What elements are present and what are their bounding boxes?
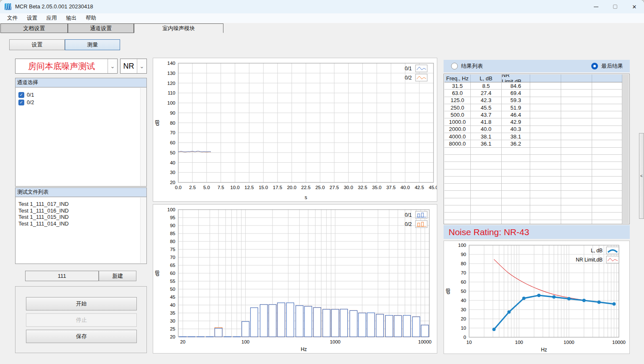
channel-item[interactable]: ✓ 0/2 <box>18 99 140 106</box>
table-cell <box>444 162 471 169</box>
spectrum-chart: 2025303540455055606570758085909510020100… <box>153 204 437 354</box>
table-cell <box>561 133 592 140</box>
table-row[interactable] <box>444 213 622 220</box>
table-cell <box>471 198 502 205</box>
table-cell <box>561 191 592 198</box>
table-row[interactable]: 31.58.584.6 <box>444 82 622 90</box>
table-cell <box>530 97 561 104</box>
svg-text:0: 0 <box>464 335 466 340</box>
file-name-input[interactable] <box>25 271 99 281</box>
table-cell <box>471 184 502 191</box>
subtab-measure[interactable]: 测量 <box>65 39 120 50</box>
test-file-list-scrollbar[interactable] <box>140 197 146 263</box>
chevron-down-icon[interactable]: ⌄ <box>108 59 117 73</box>
svg-text:20: 20 <box>170 334 175 339</box>
table-cell: 4000.0 <box>444 133 471 140</box>
results-table: Freq., HzL, dBNR Limit,dB31.58.584.663.0… <box>444 74 630 224</box>
svg-text:30: 30 <box>461 307 466 312</box>
menu-item-application[interactable]: 应用 <box>42 14 62 23</box>
svg-text:20: 20 <box>180 339 185 344</box>
list-item[interactable]: Test 1_111_014_IND <box>18 220 140 227</box>
subtab-settings[interactable]: 设置 <box>9 39 65 50</box>
table-cell: 43.7 <box>471 111 502 118</box>
table-cell <box>530 111 561 118</box>
table-cell <box>530 169 561 177</box>
table-cell <box>502 220 530 224</box>
menu-item-help[interactable]: 帮助 <box>81 14 101 23</box>
table-cell: 500.0 <box>444 111 471 118</box>
maximize-icon <box>613 5 617 9</box>
list-item[interactable]: Test 1_111_015_IND <box>18 214 140 220</box>
svg-text:65: 65 <box>170 263 175 268</box>
nr_chart-svg: 010203040506070809010010100100010000L, d… <box>444 241 629 354</box>
new-button[interactable]: 新建 <box>99 271 136 281</box>
table-cell <box>592 126 622 133</box>
table-row[interactable] <box>444 205 622 213</box>
table-row[interactable] <box>444 148 622 155</box>
table-cell <box>561 118 592 126</box>
channel-label: 0/2 <box>27 100 34 105</box>
maximize-button[interactable] <box>606 0 625 13</box>
close-button[interactable]: ✕ <box>625 0 644 13</box>
nr-rating-chart: 010203040506070809010010100100010000L, d… <box>444 241 630 354</box>
table-cell: 51.9 <box>502 104 530 111</box>
tab-document-settings[interactable]: 文档设置 <box>0 23 68 33</box>
checkbox-checked-icon[interactable]: ✓ <box>18 92 24 98</box>
table-cell <box>444 198 471 205</box>
checkbox-checked-icon[interactable]: ✓ <box>18 100 24 105</box>
svg-text:10000: 10000 <box>612 340 626 345</box>
table-row[interactable]: 500.043.746.4 <box>444 111 622 118</box>
table-cell <box>444 184 471 191</box>
menu-item-file[interactable]: 文件 <box>3 14 22 23</box>
table-cell: 125.0 <box>444 97 471 104</box>
tab-indoor-noise-module[interactable]: 室内噪声模块 <box>134 23 223 33</box>
menu-item-settings[interactable]: 设置 <box>22 14 42 23</box>
table-cell <box>592 82 622 90</box>
last-result-radio[interactable] <box>591 63 598 69</box>
svg-text:40: 40 <box>170 160 175 165</box>
svg-text:32.5: 32.5 <box>358 185 367 190</box>
svg-text:80: 80 <box>461 261 466 266</box>
stop-button[interactable]: 停止 <box>26 313 137 327</box>
table-cell <box>561 213 592 220</box>
table-row[interactable] <box>444 177 622 184</box>
table-row[interactable] <box>444 162 622 169</box>
chevron-down-icon[interactable]: ⌄ <box>137 59 146 73</box>
list-item[interactable]: Test 1_111_017_IND <box>18 201 140 208</box>
panel-collapse-handle[interactable]: < <box>639 133 644 219</box>
table-row[interactable]: 63.027.469.4 <box>444 90 622 97</box>
table-row[interactable] <box>444 184 622 191</box>
table-cell <box>530 104 561 111</box>
table-row[interactable] <box>444 169 622 177</box>
table-cell <box>592 205 622 213</box>
start-button[interactable]: 开始 <box>26 297 137 310</box>
svg-text:7.5: 7.5 <box>218 185 224 190</box>
table-row[interactable] <box>444 198 622 205</box>
tab-channel-settings[interactable]: 通道设置 <box>68 23 134 33</box>
table-row[interactable] <box>444 191 622 198</box>
table-cell <box>530 184 561 191</box>
noise-rating-banner: Noise Rating: NR-43 <box>444 225 630 239</box>
minimize-button[interactable] <box>586 0 606 13</box>
table-row[interactable]: 250.045.551.9 <box>444 104 622 111</box>
table-row[interactable]: 125.042.359.3 <box>444 97 622 104</box>
list-item[interactable]: Test 1_111_016_IND <box>18 208 140 214</box>
result-list-radio[interactable] <box>451 63 458 69</box>
channel-item[interactable]: ✓ 0/1 <box>18 91 140 99</box>
table-row[interactable] <box>444 220 622 224</box>
table-row[interactable]: 2000.040.040.3 <box>444 126 622 133</box>
channel-list-scrollbar[interactable] <box>140 88 146 186</box>
menu-item-output[interactable]: 输出 <box>62 14 81 23</box>
table-row[interactable] <box>444 155 622 162</box>
svg-text:25.0: 25.0 <box>316 185 325 190</box>
table-cell <box>530 118 561 126</box>
window-controls: ✕ <box>586 0 644 13</box>
table-row[interactable]: 1000.041.842.9 <box>444 118 622 126</box>
nr-combo[interactable]: NR ⌄ <box>120 59 147 74</box>
table-row[interactable]: 4000.038.138.1 <box>444 133 622 140</box>
table-row[interactable]: 8000.036.136.2 <box>444 140 622 147</box>
table-cell <box>592 118 622 126</box>
save-button[interactable]: 保存 <box>26 330 137 343</box>
test-type-combo[interactable]: 房间本底噪声测试 ⌄ <box>15 59 118 74</box>
results-table-scrollbar[interactable] <box>622 74 629 223</box>
